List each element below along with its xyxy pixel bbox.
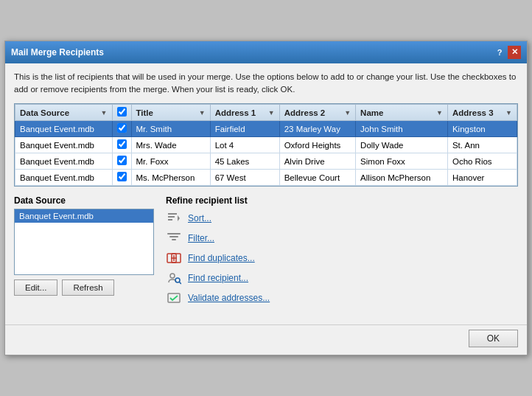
cell-title: Ms. McPherson: [131, 170, 210, 186]
refine-filter[interactable]: Filter...: [166, 230, 518, 246]
col-address3-label: Address 3: [452, 108, 494, 117]
col-title-sort[interactable]: ▼: [199, 109, 206, 117]
row-checkbox[interactable]: [117, 172, 127, 181]
refine-label: Refine recipient list: [166, 195, 518, 206]
cell-checkbox[interactable]: [112, 121, 131, 137]
table-header-row: Data Source ▼ Title ▼: [15, 105, 517, 121]
recipients-table: Data Source ▼ Title ▼: [15, 104, 517, 186]
refine-sort[interactable]: Sort...: [166, 210, 518, 226]
table-scroll[interactable]: Data Source ▼ Title ▼: [15, 104, 517, 186]
svg-point-12: [170, 274, 175, 278]
refresh-button[interactable]: Refresh: [62, 279, 113, 296]
cell-address2: Bellevue Court: [279, 170, 355, 186]
recipient-icon: [166, 270, 182, 286]
cell-address2: Oxford Heights: [279, 137, 355, 153]
cell-data-source: Banquet Event.mdb: [15, 153, 113, 170]
dialog-title: Mail Merge Recipients: [11, 47, 104, 58]
row-checkbox[interactable]: [117, 123, 127, 133]
cell-data-source: Banquet Event.mdb: [15, 170, 113, 186]
close-button[interactable]: ✕: [508, 46, 521, 59]
refine-recipient[interactable]: Find recipient...: [166, 270, 518, 286]
col-name: Name ▼: [356, 105, 448, 121]
title-bar-controls: ? ✕: [493, 46, 521, 59]
cell-name: John Smith: [356, 121, 448, 137]
cell-address1: Fairfield: [210, 121, 279, 137]
bottom-section: Data Source Banquet Event.mdb Edit... Re…: [14, 195, 518, 310]
sort-link[interactable]: Sort...: [188, 213, 211, 223]
table-row[interactable]: Banquet Event.mdbMrs. WadeLot 4Oxford He…: [15, 137, 517, 153]
table-row[interactable]: Banquet Event.mdbMs. McPherson67 WestBel…: [15, 170, 517, 186]
cell-address1: Lot 4: [210, 137, 279, 153]
validate-link[interactable]: Validate addresses...: [188, 293, 270, 303]
refine-duplicates[interactable]: Find duplicates...: [166, 250, 518, 266]
recipient-link[interactable]: Find recipient...: [188, 273, 248, 283]
refine-panel: Refine recipient list Sort...: [166, 195, 518, 310]
cell-address3: St. Ann: [447, 137, 517, 153]
cell-address1: 67 West: [210, 170, 279, 186]
cell-data-source: Banquet Event.mdb: [15, 137, 113, 153]
data-source-panel: Data Source Banquet Event.mdb Edit... Re…: [14, 195, 154, 310]
dialog-body: This is the list of recipients that will…: [5, 63, 527, 325]
cell-address3: Ocho Rios: [447, 153, 517, 170]
col-address1-sort[interactable]: ▼: [268, 109, 275, 117]
help-button[interactable]: ?: [493, 46, 506, 59]
col-address2-sort[interactable]: ▼: [344, 109, 351, 117]
validate-icon: [166, 290, 182, 306]
row-checkbox[interactable]: [117, 139, 127, 149]
svg-rect-5: [167, 233, 181, 235]
col-title-label: Title: [136, 108, 153, 117]
data-source-list[interactable]: Banquet Event.mdb: [14, 209, 154, 275]
recipients-table-container: Data Source ▼ Title ▼: [14, 103, 518, 187]
ok-button[interactable]: OK: [469, 330, 518, 347]
col-title: Title ▼: [131, 105, 210, 121]
duplicates-link[interactable]: Find duplicates...: [188, 253, 255, 263]
cell-address3: Kingston: [447, 121, 517, 137]
cell-address2: Alvin Drive: [279, 153, 355, 170]
svg-rect-7: [172, 239, 176, 240]
col-address2-label: Address 2: [284, 108, 326, 117]
sort-icon: [166, 210, 182, 226]
filter-link[interactable]: Filter...: [188, 233, 214, 243]
col-name-sort[interactable]: ▼: [436, 109, 443, 117]
cell-title: Mr. Smith: [131, 121, 210, 137]
col-checkbox: [112, 105, 131, 121]
col-name-label: Name: [360, 108, 383, 117]
svg-rect-15: [168, 293, 180, 302]
col-data-source-sort[interactable]: ▼: [101, 109, 108, 117]
mail-merge-dialog: Mail Merge Recipients ? ✕ This is the li…: [4, 41, 528, 356]
refine-validate[interactable]: Validate addresses...: [166, 290, 518, 306]
row-checkbox[interactable]: [117, 156, 127, 165]
col-address3: Address 3 ▼: [447, 105, 517, 121]
col-address2: Address 2 ▼: [279, 105, 355, 121]
edit-button[interactable]: Edit...: [14, 279, 57, 296]
cell-address3: Hanover: [447, 170, 517, 186]
ds-buttons: Edit... Refresh: [14, 279, 154, 296]
col-data-source-label: Data Source: [20, 108, 69, 117]
cell-name: Simon Foxx: [356, 153, 448, 170]
cell-checkbox[interactable]: [112, 137, 131, 153]
table-row[interactable]: Banquet Event.mdbMr. Foxx45 LakesAlvin D…: [15, 153, 517, 170]
cell-checkbox[interactable]: [112, 153, 131, 170]
svg-rect-0: [168, 213, 177, 215]
ds-item-banquet[interactable]: Banquet Event.mdb: [15, 209, 153, 223]
dialog-footer: OK: [5, 324, 527, 355]
svg-rect-2: [168, 219, 172, 220]
svg-rect-6: [169, 236, 178, 237]
cell-address1: 45 Lakes: [210, 153, 279, 170]
select-all-checkbox[interactable]: [117, 107, 127, 117]
cell-name: Dolly Wade: [356, 137, 448, 153]
svg-marker-4: [178, 218, 180, 221]
cell-address2: 23 Marley Way: [279, 121, 355, 137]
cell-checkbox[interactable]: [112, 170, 131, 186]
cell-name: Allison McPherson: [356, 170, 448, 186]
data-source-label: Data Source: [14, 195, 154, 206]
table-row[interactable]: Banquet Event.mdbMr. SmithFairfield23 Ma…: [15, 121, 517, 137]
info-text: This is the list of recipients that will…: [14, 71, 518, 97]
col-address1-label: Address 1: [215, 108, 256, 117]
svg-rect-1: [168, 216, 175, 218]
col-address1: Address 1 ▼: [210, 105, 279, 121]
col-address3-sort[interactable]: ▼: [505, 109, 512, 117]
cell-data-source: Banquet Event.mdb: [15, 121, 113, 137]
cell-title: Mrs. Wade: [131, 137, 210, 153]
cell-title: Mr. Foxx: [131, 153, 210, 170]
